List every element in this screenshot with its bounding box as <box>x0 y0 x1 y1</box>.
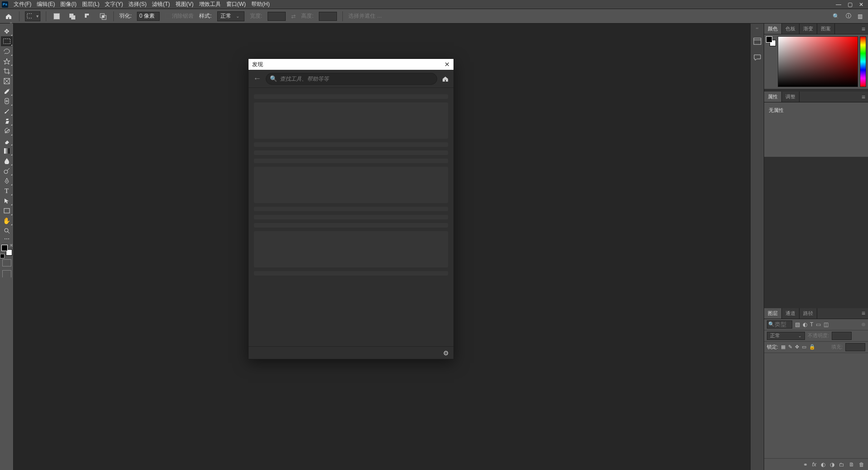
new-layer-icon[interactable]: 🗎 <box>849 461 854 468</box>
window-close-icon[interactable]: ✕ <box>859 1 863 8</box>
screen-mode-button[interactable] <box>2 270 11 277</box>
tab-adjustments[interactable]: 调整 <box>782 92 800 102</box>
panel-menu-icon[interactable]: ≡ <box>859 310 868 317</box>
tool-path-select[interactable] <box>1 196 13 206</box>
quick-mask-button[interactable] <box>2 259 11 266</box>
link-layers-icon[interactable]: ⚭ <box>803 461 808 468</box>
new-selection-button[interactable] <box>52 11 62 21</box>
discover-title-bar[interactable]: 发现 ✕ <box>249 59 454 70</box>
tool-rect[interactable] <box>1 206 13 216</box>
workspace-switcher-icon[interactable]: ▥ <box>858 13 863 19</box>
tool-blur[interactable] <box>1 156 13 166</box>
blend-mode-dropdown[interactable]: 正常⌄ <box>767 332 805 340</box>
menu-type[interactable]: 文字(Y) <box>102 0 126 9</box>
menu-help[interactable]: 帮助(H) <box>249 0 273 9</box>
fill-input[interactable] <box>845 343 865 351</box>
canvas[interactable]: 发现 ✕ ← 🔍 <box>14 24 750 470</box>
tool-brush[interactable] <box>1 106 13 116</box>
lock-position-icon[interactable]: ✥ <box>795 344 799 350</box>
lock-pixels-icon[interactable]: ✎ <box>788 344 792 350</box>
swatch-reset-icon[interactable] <box>0 254 5 258</box>
close-icon[interactable]: ✕ <box>444 61 450 68</box>
filter-toggle[interactable] <box>862 323 865 326</box>
filter-shape-icon[interactable]: ▭ <box>816 321 821 328</box>
discover-home-icon[interactable] <box>442 75 449 82</box>
help-icon[interactable]: ⓘ <box>846 12 851 20</box>
tool-type[interactable]: T <box>1 186 13 196</box>
tool-clone[interactable] <box>1 116 13 126</box>
tool-lasso[interactable] <box>1 46 13 56</box>
tool-frame[interactable] <box>1 76 13 86</box>
swatch-swap-icon[interactable]: ⤭ <box>10 243 13 247</box>
tab-channels[interactable]: 通道 <box>782 308 800 319</box>
window-minimize-icon[interactable]: — <box>836 1 841 8</box>
tab-properties[interactable]: 属性 <box>764 92 782 102</box>
tab-color[interactable]: 颜色 <box>764 24 782 34</box>
add-selection-button[interactable] <box>67 11 77 21</box>
intersect-selection-button[interactable] <box>98 11 108 21</box>
tab-layers[interactable]: 图层 <box>764 308 782 319</box>
menu-filter[interactable]: 滤镜(T) <box>149 0 172 9</box>
tool-eraser[interactable] <box>1 136 13 146</box>
back-icon[interactable]: ← <box>253 74 261 83</box>
new-group-icon[interactable]: 🗀 <box>839 461 844 468</box>
lock-artboard-icon[interactable]: ▭ <box>802 344 806 350</box>
foreground-color-swatch[interactable] <box>1 245 8 251</box>
tab-swatches[interactable]: 色板 <box>782 24 800 34</box>
delete-layer-icon[interactable]: 🗑 <box>859 461 864 468</box>
color-swatches[interactable]: ⤭ <box>1 245 12 256</box>
antialias-checkbox[interactable]: 消除锯齿 <box>165 12 194 20</box>
menu-select[interactable]: 选择(S) <box>126 0 149 9</box>
lock-all-icon[interactable]: 🔒 <box>809 344 815 350</box>
menu-window[interactable]: 窗口(W) <box>224 0 249 9</box>
tool-eyedropper[interactable] <box>1 86 13 96</box>
feather-input[interactable]: 0 像素 <box>137 12 160 21</box>
sub-selection-button[interactable] <box>83 11 93 21</box>
panel-menu-icon[interactable]: ≡ <box>859 25 868 33</box>
tool-zoom[interactable] <box>1 226 13 236</box>
tool-more[interactable]: ⋯ <box>1 236 13 242</box>
filter-smart-icon[interactable]: ◫ <box>824 321 829 328</box>
gear-icon[interactable]: ⚙ <box>443 349 449 357</box>
tool-pen[interactable] <box>1 176 13 186</box>
menu-plugins[interactable]: 增效工具 <box>196 0 224 9</box>
opacity-input[interactable] <box>832 332 852 340</box>
color-panel-swatches[interactable] <box>766 36 776 46</box>
hue-slider[interactable] <box>860 36 866 87</box>
layer-effects-icon[interactable]: fx <box>812 461 816 468</box>
menu-edit[interactable]: 编辑(E) <box>34 0 58 9</box>
collapse-chevrons-icon[interactable]: ‹‹ <box>756 26 758 30</box>
tab-gradients[interactable]: 渐变 <box>800 24 817 34</box>
tool-healing[interactable] <box>1 96 13 106</box>
add-mask-icon[interactable]: ◐ <box>821 461 825 468</box>
window-maximize-icon[interactable]: ▢ <box>848 1 853 8</box>
tool-dodge[interactable] <box>1 166 13 176</box>
tab-patterns[interactable]: 图案 <box>817 24 835 34</box>
menu-layer[interactable]: 图层(L) <box>79 0 102 9</box>
tool-gradient[interactable] <box>1 146 13 156</box>
menu-image[interactable]: 图像(I) <box>58 0 79 9</box>
tool-history-brush[interactable] <box>1 126 13 136</box>
tool-hand[interactable]: ✋ <box>1 216 13 226</box>
filter-type-icon[interactable]: T <box>810 321 813 328</box>
lock-transparent-icon[interactable]: ▦ <box>781 344 785 350</box>
color-field[interactable] <box>778 36 858 87</box>
menu-file[interactable]: 文件(F) <box>11 0 34 9</box>
collapse-chevrons-icon[interactable]: ›› <box>10 21 12 25</box>
home-button[interactable] <box>4 11 14 21</box>
tool-quick-select[interactable] <box>1 56 13 66</box>
rail-history-icon[interactable] <box>752 36 763 47</box>
rail-comments-icon[interactable] <box>752 52 763 63</box>
current-tool-dropdown[interactable]: ▾ <box>25 11 40 21</box>
style-dropdown[interactable]: 正常⌄ <box>217 11 244 21</box>
new-adjustment-icon[interactable]: ◑ <box>830 461 834 468</box>
tab-paths[interactable]: 路径 <box>800 308 817 319</box>
panel-menu-icon[interactable]: ≡ <box>859 93 868 101</box>
fg-swatch[interactable] <box>766 36 772 43</box>
search-icon[interactable]: 🔍 <box>833 13 839 19</box>
tool-move[interactable]: ✥ <box>1 26 13 36</box>
discover-search-input[interactable] <box>266 73 437 85</box>
tool-crop[interactable] <box>1 66 13 76</box>
filter-adjust-icon[interactable]: ◐ <box>803 321 807 328</box>
tool-rect-marquee[interactable] <box>1 36 13 46</box>
